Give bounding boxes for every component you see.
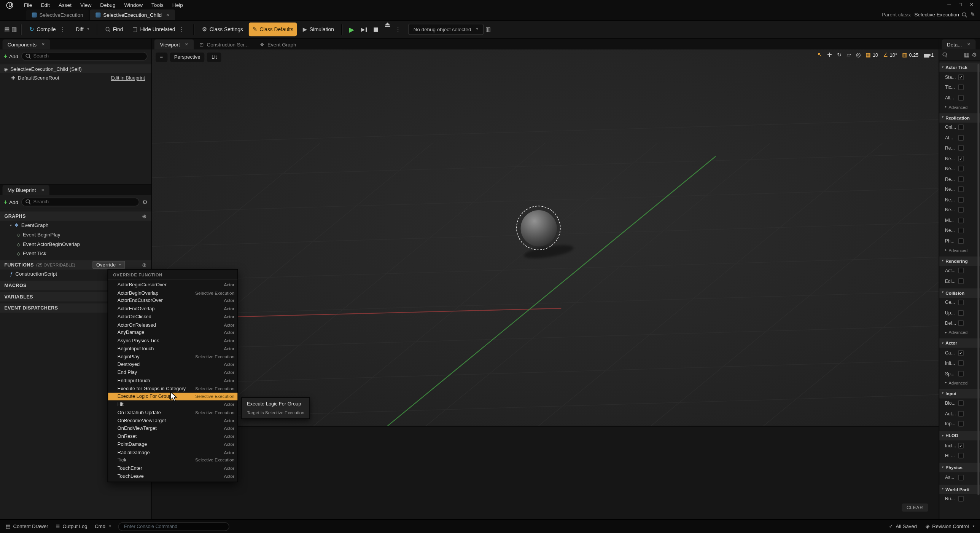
override-menu-item[interactable]: EndInputTouchActor bbox=[108, 377, 237, 385]
override-menu-item[interactable]: TouchEnterActor bbox=[108, 464, 237, 472]
world-space-icon[interactable]: ◎ bbox=[856, 53, 861, 58]
checkbox[interactable] bbox=[958, 176, 964, 182]
tab-viewport[interactable]: Viewport✕ bbox=[154, 39, 194, 49]
details-section-header[interactable]: ▾Actor Tick bbox=[939, 62, 980, 72]
menu-item-tools[interactable]: Tools bbox=[147, 2, 168, 8]
override-menu-item[interactable]: TickSelective Execution bbox=[108, 456, 237, 464]
close-tab-icon[interactable]: ✕ bbox=[967, 42, 970, 47]
graph-event-item[interactable]: ◇Event ActorBeginOverlap bbox=[0, 239, 151, 249]
component-item[interactable]: ✚ DefaultSceneRoot Edit in Blueprint bbox=[0, 73, 151, 82]
close-tab-icon[interactable]: ✕ bbox=[166, 12, 170, 17]
find-button[interactable]: Find bbox=[102, 22, 127, 36]
component-root-item[interactable]: ◉ SelectiveExecution_Child (Self) bbox=[0, 64, 151, 73]
checkbox[interactable] bbox=[958, 166, 964, 172]
override-menu-item[interactable]: PointDamageActor bbox=[108, 440, 237, 448]
menu-item-file[interactable]: File bbox=[19, 2, 37, 8]
my-blueprint-search[interactable] bbox=[21, 197, 139, 206]
search-icon[interactable] bbox=[962, 12, 967, 17]
checkbox[interactable] bbox=[958, 401, 964, 406]
override-dropdown-button[interactable]: Override ▾ bbox=[92, 261, 125, 269]
checkbox[interactable] bbox=[958, 207, 964, 213]
diff-button[interactable]: Diff ▾ bbox=[72, 22, 93, 36]
maximize-button[interactable]: □ bbox=[956, 2, 965, 8]
menu-item-window[interactable]: Window bbox=[120, 2, 147, 8]
override-menu-item[interactable]: ActorEndOverlapActor bbox=[108, 305, 237, 313]
override-menu-item[interactable]: TouchLeaveActor bbox=[108, 472, 237, 480]
checkbox[interactable] bbox=[958, 228, 964, 233]
add-graph-icon[interactable]: ⊕ bbox=[142, 213, 147, 219]
gear-icon[interactable]: ⚙ bbox=[972, 52, 977, 58]
console-command-input[interactable] bbox=[118, 522, 229, 531]
close-tab-icon[interactable]: ✕ bbox=[185, 42, 188, 47]
override-menu-item[interactable]: BeginInputTouchActor bbox=[108, 345, 237, 353]
checkbox[interactable]: ✓ bbox=[958, 74, 964, 80]
edit-parent-class-icon[interactable]: ✎ bbox=[970, 12, 975, 18]
menu-item-asset[interactable]: Asset bbox=[54, 2, 76, 8]
frame-skip-button[interactable]: ▶ bbox=[359, 22, 369, 36]
tab-construction-scr-[interactable]: ⊡Construction Scr... bbox=[194, 39, 255, 49]
tab-details[interactable]: Deta... ✕ bbox=[942, 39, 975, 49]
save-icon[interactable]: ▤ bbox=[4, 27, 10, 32]
checkbox[interactable] bbox=[958, 124, 964, 130]
details-scrollbar[interactable] bbox=[977, 64, 979, 496]
simulation-button[interactable]: ▶ Simulation bbox=[299, 22, 338, 36]
checkbox[interactable] bbox=[958, 238, 964, 244]
hide-unrelated-button[interactable]: ◫ Hide Unrelated ⋮ bbox=[129, 22, 189, 36]
viewport-canvas[interactable]: ≡ Perspective Lit ↖ ✚ ↻ ▱ ◎ ▦ 10 ∠ bbox=[152, 49, 939, 426]
checkbox[interactable]: ✓ bbox=[958, 350, 964, 356]
override-menu-item[interactable]: OnEndViewTargetActor bbox=[108, 424, 237, 432]
details-section-header[interactable]: ▾World Parti bbox=[939, 484, 980, 494]
components-search-input[interactable] bbox=[33, 53, 143, 59]
play-options-icon[interactable]: ⋮ bbox=[394, 26, 402, 32]
override-menu-item[interactable]: Async Physics TickActor bbox=[108, 337, 237, 345]
rotation-snap-control[interactable]: ∠ 10° bbox=[883, 53, 897, 58]
minimize-button[interactable]: ─ bbox=[944, 2, 954, 8]
stop-button[interactable] bbox=[371, 22, 380, 36]
override-menu-item[interactable]: DestroyedActor bbox=[108, 361, 237, 369]
clear-button[interactable]: CLEAR bbox=[902, 503, 928, 511]
tab-my-blueprint[interactable]: My Blueprint ✕ bbox=[3, 185, 49, 195]
rotate-tool-icon[interactable]: ↻ bbox=[837, 53, 842, 58]
play-button[interactable]: ▶ bbox=[347, 22, 357, 36]
checkbox[interactable] bbox=[958, 197, 964, 203]
scale-tool-icon[interactable]: ▱ bbox=[846, 53, 851, 58]
checkbox[interactable] bbox=[958, 496, 964, 502]
override-menu-item[interactable]: BeginPlaySelective Execution bbox=[108, 353, 237, 361]
override-menu-item[interactable]: ActorEndCursorOverActor bbox=[108, 297, 237, 305]
checkbox[interactable] bbox=[958, 278, 964, 284]
asset-tab[interactable]: SelectiveExecution bbox=[26, 10, 89, 20]
browse-icon[interactable]: ▥ bbox=[11, 27, 17, 32]
details-section-header[interactable]: ▾Physics bbox=[939, 463, 980, 472]
checkbox[interactable] bbox=[958, 475, 964, 480]
add-component-button[interactable]: + Add bbox=[4, 53, 18, 59]
hide-unrelated-options-icon[interactable]: ⋮ bbox=[178, 26, 186, 32]
checkbox[interactable] bbox=[958, 300, 964, 305]
details-section-header[interactable]: ▾Rendering bbox=[939, 256, 980, 266]
override-menu-item[interactable]: OnBecomeViewTargetActor bbox=[108, 417, 237, 424]
checkbox[interactable] bbox=[958, 135, 964, 140]
checkbox[interactable] bbox=[958, 453, 964, 459]
perspective-button[interactable]: Perspective bbox=[170, 53, 205, 62]
content-drawer-button[interactable]: ▤ Content Drawer bbox=[6, 523, 48, 529]
graph-event-item[interactable]: ◇Event Tick bbox=[0, 249, 151, 259]
lit-button[interactable]: Lit bbox=[207, 53, 221, 62]
checkbox[interactable] bbox=[958, 310, 964, 316]
override-menu-item[interactable]: ActorBeginOverlapSelective Execution bbox=[108, 289, 237, 297]
output-log-button[interactable]: ≣ Output Log bbox=[56, 523, 87, 529]
checkbox[interactable] bbox=[958, 268, 964, 274]
asset-tab[interactable]: SelectiveExecution_Child✕ bbox=[90, 10, 175, 20]
close-tab-icon[interactable]: ✕ bbox=[41, 188, 45, 193]
menu-item-edit[interactable]: Edit bbox=[37, 2, 54, 8]
unreal-logo-icon[interactable] bbox=[6, 2, 13, 8]
menu-item-debug[interactable]: Debug bbox=[96, 2, 120, 8]
override-menu-item[interactable]: ActorBeginCursorOverActor bbox=[108, 281, 237, 289]
details-advanced-row[interactable]: ▸Advanced bbox=[939, 246, 980, 254]
scale-snap-control[interactable]: ▥ 0.25 bbox=[902, 53, 918, 58]
override-menu-item[interactable]: OnResetActor bbox=[108, 432, 237, 440]
checkbox[interactable] bbox=[958, 187, 964, 192]
tab-components[interactable]: Components ✕ bbox=[3, 39, 50, 49]
override-menu-item[interactable]: RadialDamageActor bbox=[108, 448, 237, 456]
menu-item-help[interactable]: Help bbox=[168, 2, 187, 8]
details-advanced-row[interactable]: ▸Advanced bbox=[939, 328, 980, 336]
details-section-header[interactable]: ▾HLOD bbox=[939, 431, 980, 440]
